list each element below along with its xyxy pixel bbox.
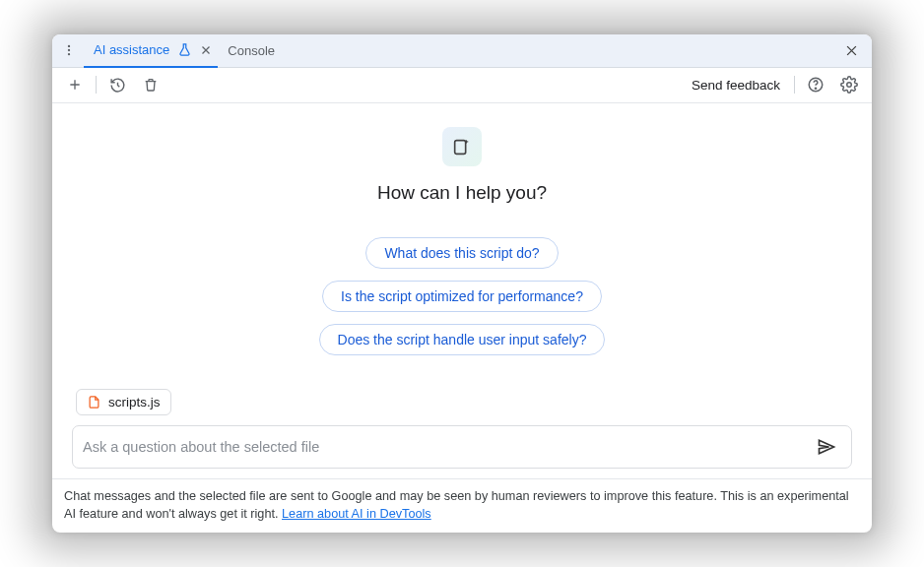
svg-point-5	[847, 83, 852, 88]
tab-ai-assistance[interactable]: AI assistance	[84, 34, 218, 68]
suggestion-list: What does this script do? Is the script …	[319, 237, 606, 355]
send-button[interactable]	[812, 432, 841, 462]
delete-button[interactable]	[138, 72, 164, 97]
svg-point-4	[815, 88, 816, 89]
input-row	[72, 425, 852, 469]
file-icon	[87, 395, 101, 410]
suggestion-chip[interactable]: Is the script optimized for performance?	[322, 281, 602, 312]
history-button[interactable]	[104, 72, 130, 97]
devtools-panel: AI assistance Console Send feedback	[52, 34, 872, 534]
flask-icon	[177, 42, 192, 57]
help-button[interactable]	[803, 72, 828, 97]
footer-link[interactable]: Learn about AI in DevTools	[282, 507, 431, 521]
tab-bar: AI assistance Console	[52, 34, 872, 68]
selected-file-name: scripts.js	[108, 395, 161, 410]
settings-button[interactable]	[836, 72, 862, 97]
footer-disclaimer: Chat messages and the selected file are …	[52, 478, 872, 534]
close-panel-icon[interactable]	[836, 43, 866, 58]
svg-rect-6	[455, 140, 466, 154]
content-area: How can I help you? What does this scrip…	[52, 103, 872, 478]
suggestion-chip[interactable]: Does the script handle user input safely…	[319, 324, 606, 355]
svg-point-2	[68, 53, 70, 55]
tab-label: Console	[228, 43, 275, 58]
ai-sparkle-icon	[442, 127, 482, 166]
new-chat-button[interactable]	[62, 72, 88, 97]
context-row: scripts.js	[72, 389, 852, 425]
footer-text: Chat messages and the selected file are …	[64, 489, 849, 521]
divider	[794, 76, 795, 94]
heading: How can I help you?	[377, 182, 547, 204]
tab-label: AI assistance	[94, 42, 169, 57]
svg-point-1	[68, 49, 70, 51]
toolbar: Send feedback	[52, 68, 872, 103]
selected-file-chip[interactable]: scripts.js	[76, 389, 171, 415]
close-icon[interactable]	[200, 44, 212, 56]
svg-point-0	[68, 45, 70, 47]
send-feedback-link[interactable]: Send feedback	[686, 78, 786, 93]
more-icon[interactable]	[58, 39, 80, 61]
suggestion-chip[interactable]: What does this script do?	[365, 237, 558, 269]
tab-console[interactable]: Console	[218, 34, 281, 68]
question-input[interactable]	[83, 439, 812, 455]
divider	[96, 76, 97, 94]
